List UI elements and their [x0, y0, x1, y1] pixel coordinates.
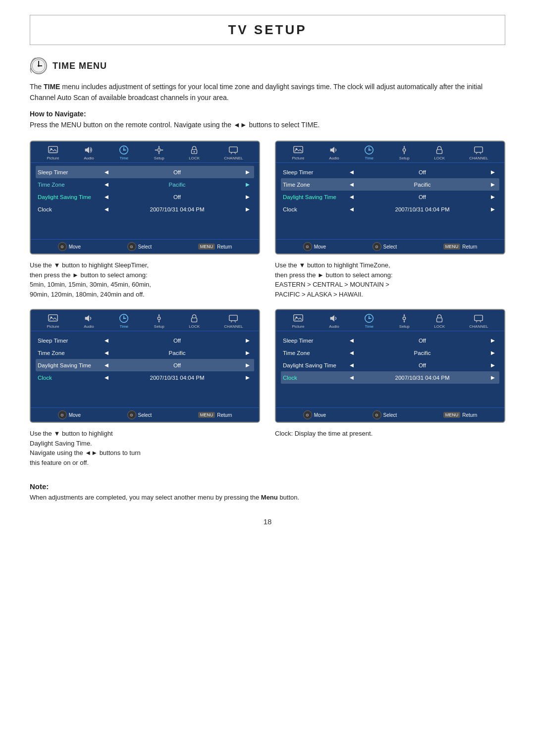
menu-row-dst-2: Daylight Saving Time ◄ Off ►: [281, 191, 499, 203]
menu-icon-picture-4: Picture: [292, 313, 304, 329]
svg-rect-30: [49, 315, 57, 321]
menu-row-dst-4: Daylight Saving Time ◄ Off ►: [281, 359, 499, 371]
svg-rect-18: [294, 147, 303, 153]
section-heading: TIME MENU: [30, 57, 505, 75]
svg-point-36: [123, 318, 125, 319]
svg-point-11: [123, 150, 125, 151]
menu-row-dst-3: Daylight Saving Time ◄ Off ►: [36, 359, 254, 371]
nav-text: Press the MENU button on the remote cont…: [30, 120, 505, 131]
menu-icon-picture-3: Picture: [47, 313, 59, 329]
tv-screen-2: Picture Audio Time: [275, 141, 505, 254]
menu-row-sleep-1: Sleep Timer ◄ Off ►: [36, 166, 254, 178]
menu-bar-3: Picture Audio Time: [31, 310, 259, 331]
menu-icon-audio-2: Audio: [328, 145, 339, 160]
menu-icon-channel: CHANNEL: [224, 145, 243, 160]
tv-screen-4: Picture Audio Time: [275, 309, 505, 423]
menu-icon-audio-3: Audio: [83, 313, 94, 329]
menu-icon-time-active: Time: [118, 145, 129, 160]
return-btn-3: MENU Return: [198, 412, 232, 418]
page-number: 18: [30, 517, 505, 526]
menu-bar-1: Picture Audio: [31, 142, 259, 163]
select-btn-3: ⊙ Select: [127, 410, 152, 419]
menu-row-timezone-3: Time Zone ◄ Pacific ►: [36, 347, 254, 359]
caption-1: Use the ▼ button to highlight SleepTimer…: [30, 260, 260, 299]
menu-content-4: Sleep Timer ◄ Off ► Time Zone ◄ Pacific …: [276, 331, 504, 407]
menu-row-clock-3: Clock ◄ 2007/10/31 04:04 PM ►: [36, 371, 254, 384]
svg-point-49: [403, 317, 406, 320]
svg-point-14: [194, 151, 195, 152]
menu-icon-setup-4: Setup: [399, 313, 410, 329]
svg-point-37: [158, 317, 161, 320]
screen2-col: Picture Audio Time: [275, 141, 505, 299]
svg-rect-27: [475, 147, 483, 152]
note-text: When adjustments are completed, you may …: [30, 493, 505, 503]
menu-row-sleep-2: Sleep Timer ◄ Off ►: [281, 166, 499, 178]
description-text: The TIME menu includes adjustment of set…: [30, 82, 505, 103]
menu-icon-time-4: Time: [364, 313, 374, 329]
svg-marker-7: [85, 147, 89, 153]
menu-icon-audio-4: Audio: [328, 313, 339, 329]
menu-icon-picture: Picture: [47, 145, 59, 160]
menu-icon-lock-4: LOCK: [434, 313, 445, 329]
menu-content-3: Sleep Timer ◄ Off ► Time Zone ◄ Pacific …: [31, 331, 259, 407]
menu-row-timezone-2: Time Zone ◄ Pacific ►: [281, 178, 499, 191]
svg-rect-15: [229, 147, 238, 152]
svg-rect-51: [475, 315, 483, 321]
menu-row-clock-4: Clock ◄ 2007/10/31 04:04 PM ►: [281, 371, 499, 384]
select-btn-2: ⊙ Select: [373, 242, 397, 251]
select-btn-1: ⊙ Select: [127, 242, 152, 251]
menu-bottom-4: ⊙ Move ⊙ Select MENU Return: [276, 407, 504, 422]
menu-row-clock-2: Clock ◄ 2007/10/31 04:04 PM ►: [281, 203, 499, 215]
move-btn-3: ⊙ Move: [58, 410, 81, 419]
caption-2: Use the ▼ button to highlight TimeZone,t…: [275, 260, 505, 299]
screens-row-2: Picture Audio Time: [30, 309, 505, 467]
screen1-col: Picture Audio: [30, 141, 260, 299]
menu-row-sleep-3: Sleep Timer ◄ Off ►: [36, 334, 254, 347]
svg-rect-38: [192, 318, 197, 322]
menu-icon-time-3: Time: [118, 313, 129, 329]
menu-bar-4: Picture Audio Time: [276, 310, 504, 331]
screens-row-1: Picture Audio: [30, 141, 505, 299]
menu-bottom-3: ⊙ Move ⊙ Select MENU Return: [31, 407, 259, 422]
tv-screen-3: Picture Audio Time: [30, 309, 260, 423]
menu-icon-lock-2: LOCK: [434, 145, 445, 160]
menu-icon-audio: Audio: [83, 145, 94, 160]
time-menu-icon: [30, 57, 48, 75]
return-btn-2: MENU Return: [443, 244, 478, 250]
svg-point-12: [158, 149, 161, 151]
menu-content-2: Sleep Timer ◄ Off ► Time Zone ◄ Pacific …: [276, 163, 504, 239]
menu-icon-setup-2: Setup: [399, 145, 410, 160]
move-btn-2: ⊙ Move: [303, 242, 326, 251]
menu-icon-channel-4: CHANNEL: [469, 313, 488, 329]
menu-icon-lock-3: LOCK: [189, 313, 200, 329]
svg-rect-50: [437, 318, 442, 322]
svg-point-24: [369, 150, 370, 151]
svg-point-48: [369, 318, 370, 319]
note-section: Note: When adjustments are completed, yo…: [30, 482, 505, 503]
page-title-box: TV SETUP: [30, 15, 505, 45]
return-btn-1: MENU Return: [198, 244, 232, 250]
menu-bar-2: Picture Audio Time: [276, 142, 504, 163]
return-btn-4: MENU Return: [443, 412, 478, 418]
svg-rect-42: [294, 315, 303, 321]
move-btn-1: ⊙ Move: [58, 242, 81, 251]
screen3-col: Picture Audio Time: [30, 309, 260, 467]
svg-marker-32: [85, 315, 89, 322]
menu-row-clock-1: Clock ◄ 2007/10/31 04:04 PM ►: [36, 203, 254, 215]
menu-icon-channel-2: CHANNEL: [469, 145, 488, 160]
page-title: TV SETUP: [228, 22, 307, 37]
menu-bottom-2: ⊙ Move ⊙ Select MENU Return: [276, 239, 504, 253]
svg-rect-26: [437, 150, 442, 153]
menu-icon-picture-2: Picture: [292, 145, 304, 160]
svg-point-4: [38, 65, 40, 67]
svg-marker-44: [330, 315, 334, 322]
screen4-col: Picture Audio Time: [275, 309, 505, 467]
svg-marker-20: [330, 147, 334, 153]
menu-icon-time-2: Time: [364, 145, 374, 160]
move-btn-4: ⊙ Move: [303, 410, 326, 419]
svg-rect-39: [229, 315, 238, 321]
tv-screen-1: Picture Audio: [30, 141, 260, 254]
caption-3: Use the ▼ button to highlightDaylight Sa…: [30, 429, 260, 467]
menu-icon-setup-3: Setup: [154, 313, 164, 329]
how-to-label: How to Navigate:: [30, 110, 505, 118]
